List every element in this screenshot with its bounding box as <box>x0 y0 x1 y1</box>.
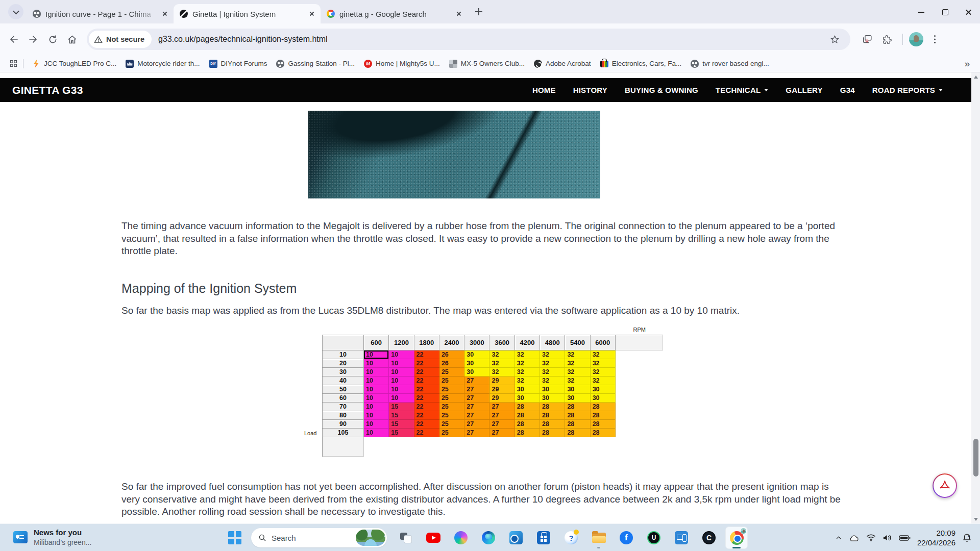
map-cell: 27 <box>464 385 489 394</box>
map-cell: 29 <box>489 385 514 394</box>
bookmark-item[interactable]: Home | Mighty5s U... <box>359 58 445 70</box>
browser-windows-icon[interactable] <box>857 30 877 49</box>
tab-close-icon[interactable] <box>454 9 463 18</box>
news-widget[interactable]: News for you Miliband’s green... <box>13 528 91 547</box>
rpm-axis-label: RPM <box>633 327 646 333</box>
wifi-icon[interactable] <box>866 534 876 542</box>
map-cell: 10 <box>389 368 414 377</box>
map-cell: 30 <box>464 350 489 359</box>
nav-item-history[interactable]: HISTORY <box>573 86 607 94</box>
nav-item-gallery[interactable]: GALLERY <box>786 86 823 94</box>
map-cell: 10 <box>364 411 389 420</box>
back-icon[interactable] <box>4 30 23 49</box>
taskbar-app-edge[interactable] <box>477 527 500 549</box>
bookmark-item[interactable]: Gassing Station - Pi... <box>272 58 359 70</box>
nav-item-g34[interactable]: G34 <box>840 86 855 94</box>
map-row-header: 60 <box>323 394 364 403</box>
taskbar-app-help[interactable] <box>560 527 582 549</box>
battery-icon[interactable] <box>899 535 911 541</box>
search-highlight-thumbnail <box>356 530 385 546</box>
bookmark-label: JCC ToughLED Pro C... <box>44 60 116 67</box>
browser-menu-icon[interactable] <box>929 34 940 44</box>
taskbar-app-hp-smart[interactable] <box>670 527 693 549</box>
scroll-down-icon[interactable] <box>971 515 980 523</box>
map-cell: 32 <box>565 377 590 385</box>
reload-icon[interactable] <box>43 30 62 49</box>
taskbar-app-store[interactable] <box>532 527 555 549</box>
nav-label: HOME <box>532 86 556 94</box>
bookmarks-overflow-icon[interactable] <box>964 60 970 68</box>
bookmark-item[interactable]: Motorcycle rider th... <box>121 58 204 70</box>
extensions-puzzle-icon[interactable] <box>877 30 896 49</box>
tray-chevron-up-icon[interactable] <box>835 535 842 541</box>
nav-item-buying-owning[interactable]: BUYING & OWNING <box>625 86 698 94</box>
taskbar-app-copilot[interactable] <box>450 527 472 549</box>
nav-item-technical[interactable]: TECHNICAL <box>716 86 768 94</box>
site-brand[interactable]: GINETTA G33 <box>12 84 83 96</box>
apps-grid-icon[interactable] <box>9 59 18 68</box>
browser-tab[interactable]: ginetta g - Google Search <box>321 4 468 23</box>
bookmark-item[interactable]: Adobe Acrobat <box>529 58 596 70</box>
volume-icon[interactable] <box>883 534 892 542</box>
bookmark-item[interactable]: Electronics, Cars, Fa... <box>596 58 687 69</box>
taskbar-app-facebook[interactable] <box>615 527 638 549</box>
taskbar-app-youtube[interactable] <box>422 527 445 549</box>
bookmark-label: Adobe Acrobat <box>546 60 591 67</box>
taskbar-app-chrome[interactable] <box>725 527 748 549</box>
map-bottom-filler <box>323 437 364 457</box>
bookmark-item[interactable]: DIYnot Forums <box>205 58 272 70</box>
map-cell: 22 <box>414 411 439 420</box>
bookmark-item[interactable]: JCC ToughLED Pro C... <box>28 58 121 70</box>
tab-search-icon[interactable] <box>8 4 23 19</box>
maximize-button[interactable] <box>933 0 957 23</box>
map-cell: 32 <box>515 350 540 359</box>
taskbar-clock[interactable]: 20:09 22/04/2026 <box>917 528 955 548</box>
map-cell: 10 <box>364 403 389 411</box>
map-cell: 10 <box>389 394 414 403</box>
profile-avatar[interactable] <box>909 32 923 46</box>
crown-icon <box>126 60 134 68</box>
map-col-header: 6000 <box>591 335 616 350</box>
start-button[interactable] <box>228 531 241 544</box>
copilot-icon <box>454 531 468 544</box>
minimize-button[interactable] <box>910 0 933 23</box>
m-red-icon <box>364 60 372 68</box>
nav-item-home[interactable]: HOME <box>532 86 556 94</box>
home-icon[interactable] <box>62 30 82 49</box>
taskbar-app-outlook[interactable] <box>505 527 527 549</box>
onedrive-cloud-icon[interactable] <box>849 534 860 542</box>
search-box[interactable]: Search <box>251 528 387 547</box>
taskbar-app-explorer[interactable] <box>587 527 610 549</box>
nav-item-road-reports[interactable]: ROAD REPORTS <box>872 86 943 94</box>
close-button[interactable] <box>957 0 980 23</box>
gasmask-icon <box>276 60 284 68</box>
taskbar-app-iobit[interactable] <box>643 527 665 549</box>
nav-label: ROAD REPORTS <box>872 86 935 94</box>
map-cell: 26 <box>439 359 464 368</box>
bookmark-label: Motorcycle rider th... <box>137 60 200 67</box>
new-tab-button[interactable] <box>472 5 486 19</box>
chevron-down-icon <box>939 89 943 91</box>
address-bar[interactable]: Not secure g33.co.uk/pages/technical-ign… <box>87 29 850 50</box>
map-cell: 32 <box>515 368 540 377</box>
browser-tab[interactable]: Ginetta | Ignition System <box>174 4 321 23</box>
bookmark-item[interactable]: MX-5 Owners Club... <box>445 58 529 70</box>
taskbar-app-task-view[interactable] <box>395 527 417 549</box>
scroll-up-icon[interactable] <box>971 72 980 81</box>
tab-close-icon[interactable] <box>307 9 316 18</box>
map-cell: 10 <box>364 368 389 377</box>
map-cell: 32 <box>489 350 514 359</box>
browser-tab[interactable]: Ignition curve - Page 1 - Chima <box>27 4 174 23</box>
tab-close-icon[interactable] <box>160 9 169 18</box>
security-chip[interactable]: Not secure <box>89 31 152 48</box>
bookmark-star-icon[interactable] <box>825 30 844 49</box>
forward-icon[interactable] <box>23 30 43 49</box>
bookmark-item[interactable]: tvr rover based engi... <box>686 58 774 70</box>
page-scrollbar[interactable] <box>971 72 980 523</box>
notification-bell-icon[interactable]: z <box>962 533 972 543</box>
taskbar-app-ccleaner[interactable] <box>698 527 720 549</box>
tab-title: Ginetta | Ignition System <box>192 10 304 18</box>
scrollbar-thumb[interactable] <box>973 439 978 477</box>
window-controls <box>910 0 980 23</box>
adobe-pdf-button[interactable] <box>933 473 957 498</box>
